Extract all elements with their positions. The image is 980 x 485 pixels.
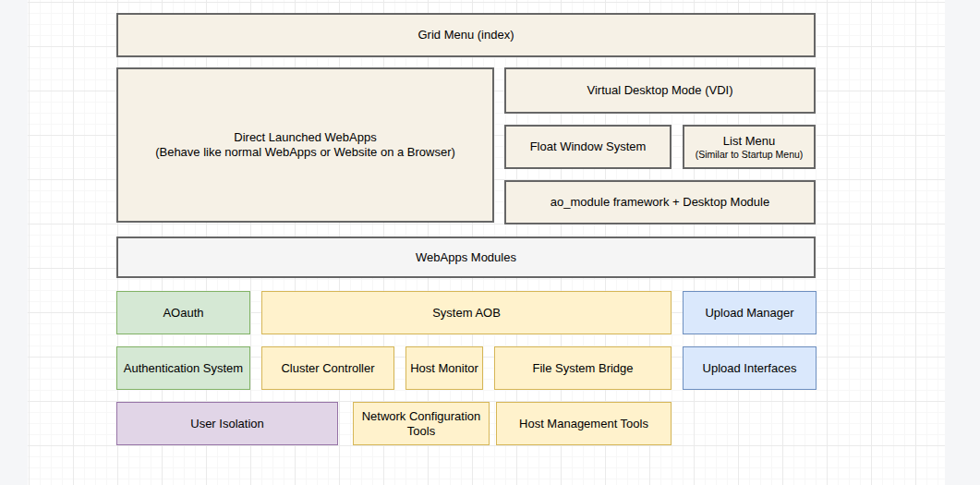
box-user-isolation-label: User Isolation: [190, 417, 263, 431]
box-host-monitor-label: Host Monitor: [410, 361, 478, 376]
box-ao-module-framework[interactable]: ao_module framework + Desktop Module: [504, 180, 816, 224]
box-system-aob-label: System AOB: [432, 306, 501, 321]
box-direct-launched-webapps-label: Direct Launched WebApps: [234, 130, 376, 145]
box-file-system-bridge[interactable]: File System Bridge: [494, 346, 671, 390]
box-aoauth-label: AOauth: [163, 306, 203, 321]
box-file-system-bridge-label: File System Bridge: [532, 361, 633, 376]
box-virtual-desktop-mode[interactable]: Virtual Desktop Mode (VDI): [504, 67, 816, 114]
box-float-window-system[interactable]: Float Window System: [504, 125, 671, 169]
diagram-canvas[interactable]: Grid Menu (index) Direct Launched WebApp…: [0, 0, 980, 485]
box-system-aob[interactable]: System AOB: [261, 291, 671, 334]
box-network-configuration-tools-label: Network Configuration Tools: [357, 409, 485, 439]
box-network-configuration-tools[interactable]: Network Configuration Tools: [353, 402, 490, 445]
box-host-monitor[interactable]: Host Monitor: [405, 346, 483, 390]
box-virtual-desktop-mode-label: Virtual Desktop Mode (VDI): [587, 83, 733, 98]
box-ao-module-framework-label: ao_module framework + Desktop Module: [550, 195, 769, 210]
box-grid-menu-label: Grid Menu (index): [417, 28, 514, 42]
box-grid-menu[interactable]: Grid Menu (index): [116, 13, 816, 57]
box-host-management-tools[interactable]: Host Management Tools: [496, 402, 671, 445]
off-page-margin-left: [0, 0, 28, 485]
box-authentication-system-label: Authentication System: [124, 361, 243, 376]
box-aoauth[interactable]: AOauth: [116, 291, 250, 334]
box-webapps-modules-label: WebApps Modules: [416, 250, 516, 265]
box-list-menu-sublabel: (Similar to Startup Menu): [696, 149, 804, 161]
box-list-menu[interactable]: List Menu (Similar to Startup Menu): [683, 125, 816, 169]
box-authentication-system[interactable]: Authentication System: [116, 346, 250, 390]
box-direct-launched-webapps[interactable]: Direct Launched WebApps (Behave like nor…: [116, 67, 494, 223]
off-page-margin-right: [945, 0, 980, 485]
box-upload-interfaces[interactable]: Upload Interfaces: [683, 346, 817, 390]
box-upload-interfaces-label: Upload Interfaces: [703, 361, 797, 376]
box-upload-manager[interactable]: Upload Manager: [683, 291, 817, 334]
box-host-management-tools-label: Host Management Tools: [519, 417, 648, 431]
box-webapps-modules[interactable]: WebApps Modules: [116, 236, 816, 278]
box-user-isolation[interactable]: User Isolation: [116, 402, 338, 445]
box-float-window-system-label: Float Window System: [530, 139, 647, 154]
box-cluster-controller-label: Cluster Controller: [281, 361, 374, 376]
box-cluster-controller[interactable]: Cluster Controller: [261, 346, 394, 390]
box-upload-manager-label: Upload Manager: [705, 306, 793, 321]
box-direct-launched-webapps-sublabel: (Behave like normal WebApps or Website o…: [155, 145, 455, 160]
box-list-menu-label: List Menu: [723, 134, 775, 149]
